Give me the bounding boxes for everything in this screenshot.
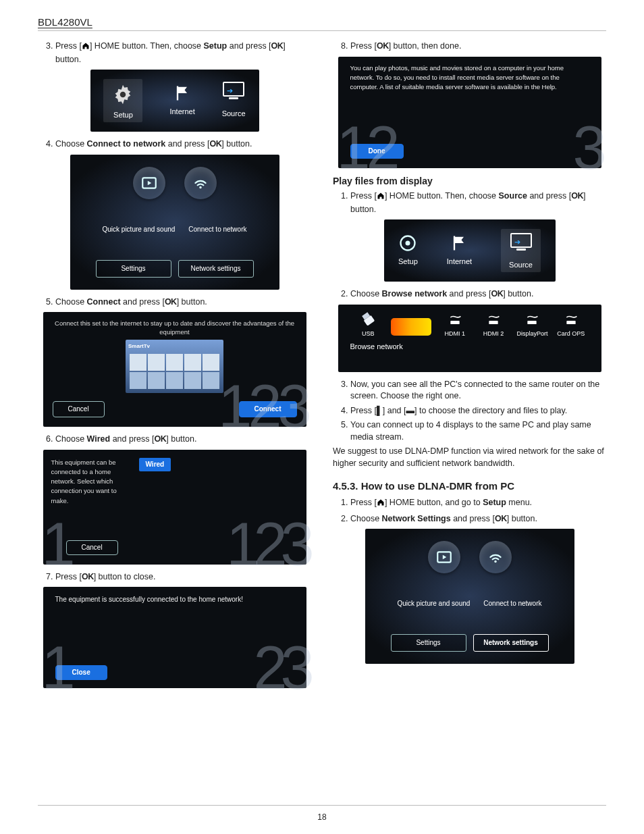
flag-icon	[450, 234, 468, 253]
screenshot-source-list: USB HDMI 1 HDMI 2	[338, 305, 601, 372]
tile-internet-label: Internet	[447, 257, 472, 267]
src-displayport[interactable]: DisplayPort	[513, 314, 552, 338]
dmr-step-2: Choose Network Settings and press [OK] b…	[350, 513, 606, 525]
screenshot-connected: The equipment is successfully connected …	[43, 587, 306, 688]
cancel-button[interactable]: Cancel	[53, 401, 105, 417]
step-5: Choose Connect and press [OK] button.	[55, 296, 311, 309]
step-7: Press [OK] button to close.	[55, 571, 311, 583]
pill-settings[interactable]: Settings	[96, 260, 171, 278]
pill-settings[interactable]: Settings	[391, 634, 466, 652]
tile-internet-label: Internet	[169, 107, 194, 117]
ok-icon: OK	[491, 289, 503, 298]
pfd-step-3: Now, you can see all the PC's connected …	[350, 379, 606, 402]
close-button[interactable]: Close	[55, 665, 107, 680]
ok-icon: OK	[271, 41, 284, 51]
tile-source[interactable]: ➔ Source	[501, 229, 541, 271]
src-hdmi1-label: HDMI 1	[444, 330, 465, 338]
svg-rect-8	[450, 321, 459, 324]
home-icon	[82, 42, 90, 54]
pill-network-settings[interactable]: Network settings	[178, 260, 254, 278]
ok-icon: OK	[495, 514, 507, 523]
done-msg: You can play photos, music and movies st…	[350, 63, 589, 93]
connected-msg: The equipment is successfully connected …	[55, 595, 294, 604]
label-qps: Quick picture and sound	[397, 599, 470, 608]
wired-option[interactable]: Wired	[139, 458, 171, 471]
monitor-icon: ➔	[223, 82, 244, 97]
media-icon[interactable]	[428, 541, 460, 573]
svg-point-13	[494, 561, 496, 563]
pfd-step-1: Press [] HOME button. Then, choose Sourc…	[350, 190, 606, 215]
cancel-button[interactable]: Cancel	[66, 540, 118, 555]
screenshot-source-menu: Setup Internet ➔ Source	[384, 219, 556, 282]
ok-icon: OK	[210, 139, 222, 149]
svg-rect-10	[528, 321, 537, 324]
left-column: Press [] HOME button. Then, choose Setup…	[38, 38, 311, 695]
src-hdmi2[interactable]: HDMI 2	[474, 314, 512, 338]
tile-internet[interactable]: Internet	[169, 84, 194, 117]
src-card-label: Card OPS	[557, 330, 585, 338]
svg-rect-11	[566, 321, 575, 324]
src-hdmi1[interactable]: HDMI 1	[435, 314, 474, 338]
hdmi-icon	[485, 314, 502, 328]
network-icon	[391, 318, 431, 336]
step-6: Choose Wired and press [OK] button.	[55, 434, 311, 446]
usb-icon	[358, 307, 379, 330]
home-icon	[377, 192, 385, 204]
src-usb-label: USB	[362, 330, 375, 338]
src-browse-network[interactable]	[387, 318, 435, 338]
src-dp-label: DisplayPort	[516, 330, 547, 338]
src-hdmi2-label: HDMI 2	[483, 330, 504, 338]
svg-rect-9	[489, 321, 498, 324]
screenshot-network-settings: Quick picture and sound Connect to netwo…	[365, 529, 574, 664]
wifi-icon[interactable]	[479, 541, 512, 573]
hdmi-icon	[446, 314, 464, 328]
tile-source-label: Source	[222, 109, 246, 119]
screenshot-connect-prompt: Connect this set to the internet to stay…	[43, 312, 306, 427]
media-icon[interactable]	[133, 167, 165, 199]
ok-icon: OK	[571, 191, 583, 201]
pill-network-settings[interactable]: Network settings	[473, 634, 549, 652]
svg-point-3	[199, 186, 201, 188]
connect-button[interactable]: Connect	[239, 401, 297, 417]
label-qps: Quick picture and sound	[102, 225, 175, 234]
right-column: Press [OK] button, then done. You can pl…	[333, 38, 606, 695]
tile-setup-label: Setup	[398, 257, 418, 267]
ok-icon: OK	[155, 434, 167, 444]
pfd-step-5: You can connect up to 4 displays to the …	[350, 419, 606, 443]
wifi-icon[interactable]	[184, 167, 217, 199]
connect-prompt-text: Connect this set to the internet to stay…	[53, 319, 297, 337]
flag-icon	[173, 84, 192, 103]
dlna-note: We suggest to use DLNA-DMP function via …	[333, 446, 606, 469]
tile-setup[interactable]: Setup	[103, 79, 142, 122]
label-ctn: Connect to network	[483, 599, 541, 608]
gear-icon	[111, 83, 134, 106]
tile-source-label: Source	[509, 260, 533, 270]
src-card-ops[interactable]: Card OPS	[552, 314, 590, 338]
footer-rule	[38, 805, 606, 806]
ok-icon: OK	[377, 41, 389, 51]
pause-icon: ▌	[377, 406, 383, 415]
browse-network-caption: Browse network	[350, 342, 595, 352]
page-number: 18	[0, 812, 644, 822]
screenshot-setup-menu: Setup Internet ➔ Source	[90, 70, 259, 132]
tile-source[interactable]: ➔ Source	[222, 82, 246, 119]
step-8: Press [OK] button, then done.	[350, 41, 606, 53]
label-ctn: Connect to network	[188, 225, 246, 234]
tile-setup-label: Setup	[113, 110, 133, 120]
stop-icon: ▬	[406, 406, 415, 415]
tile-internet[interactable]: Internet	[447, 234, 472, 267]
src-usb[interactable]: USB	[349, 310, 387, 338]
pfd-step-4: Press [▌] and [▬] to choose the director…	[350, 405, 606, 417]
done-button[interactable]: Done	[350, 144, 404, 159]
svg-point-5	[406, 241, 410, 246]
pfd-step-2: Choose Browse network and press [OK] but…	[350, 288, 606, 301]
smart-tv-preview: SmartTv	[126, 340, 223, 393]
hdmi-icon	[562, 314, 580, 328]
hdmi-icon	[523, 314, 541, 328]
gear-icon	[398, 234, 417, 253]
tile-setup[interactable]: Setup	[398, 234, 418, 267]
home-icon	[377, 498, 385, 511]
screenshot-done: You can play photos, music and movies st…	[338, 57, 601, 168]
ok-icon: OK	[82, 572, 94, 581]
dmr-step-1: Press [] HOME button, and go to Setup me…	[350, 497, 606, 511]
